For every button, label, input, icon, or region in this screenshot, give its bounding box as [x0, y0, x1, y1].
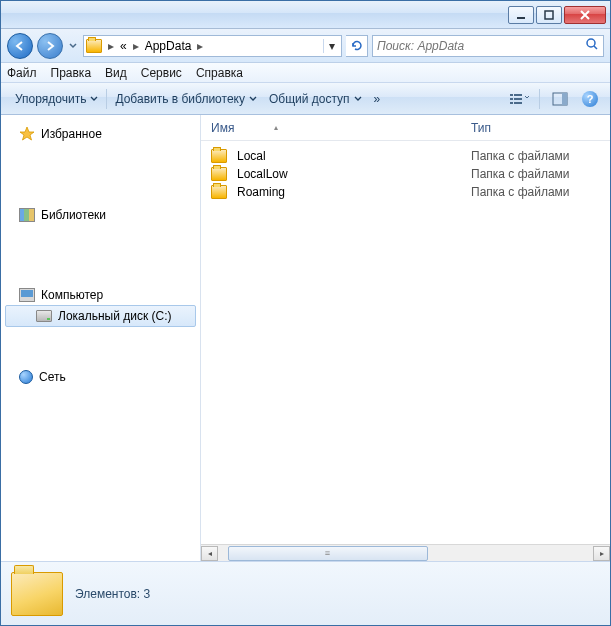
column-type-label: Тип: [471, 121, 491, 135]
menu-tools[interactable]: Сервис: [141, 66, 182, 80]
svg-point-2: [587, 39, 595, 47]
help-icon: ?: [582, 91, 598, 107]
file-row[interactable]: RoamingПапка с файлами: [201, 183, 610, 201]
breadcrumb-arrow-icon: ▸: [131, 39, 141, 53]
search-input[interactable]: [377, 39, 585, 53]
add-to-library-label: Добавить в библиотеку: [115, 92, 245, 106]
menu-edit[interactable]: Правка: [51, 66, 92, 80]
search-box[interactable]: [372, 35, 604, 57]
scroll-left-button[interactable]: ◂: [201, 546, 218, 561]
column-type[interactable]: Тип: [471, 121, 491, 135]
breadcrumb-arrow-icon: ▸: [106, 39, 116, 53]
file-list: LocalПапка с файламиLocalLowПапка с файл…: [201, 141, 610, 544]
folder-icon: [86, 39, 102, 53]
sidebar-libraries[interactable]: Библиотеки: [1, 205, 200, 225]
details-pane: Элементов: 3: [1, 561, 610, 625]
history-dropdown[interactable]: [67, 36, 79, 56]
file-row[interactable]: LocalПапка с файлами: [201, 147, 610, 165]
scroll-right-button[interactable]: ▸: [593, 546, 610, 561]
chevron-down-icon: [354, 96, 362, 102]
breadcrumb-arrow-icon: ▸: [195, 39, 205, 53]
maximize-icon: [544, 10, 554, 20]
breadcrumb-current[interactable]: AppData: [141, 39, 196, 53]
sort-indicator-icon: ▴: [274, 123, 278, 132]
separator: [539, 89, 540, 109]
organize-button[interactable]: Упорядочить: [9, 92, 104, 106]
arrow-right-icon: [44, 40, 56, 52]
svg-rect-8: [514, 102, 522, 104]
menu-help[interactable]: Справка: [196, 66, 243, 80]
column-name[interactable]: Имя ▴: [211, 121, 471, 135]
sidebar-favorites[interactable]: Избранное: [1, 123, 200, 145]
sidebar-network-label: Сеть: [39, 370, 66, 384]
minimize-icon: [516, 10, 526, 20]
folder-icon: [211, 185, 227, 199]
sidebar-network[interactable]: Сеть: [1, 367, 200, 387]
menu-view[interactable]: Вид: [105, 66, 127, 80]
address-bar[interactable]: ▸ « ▸ AppData ▸ ▾: [83, 35, 342, 57]
sidebar-local-disk-label: Локальный диск (C:): [58, 309, 172, 323]
network-icon: [19, 370, 33, 384]
horizontal-scrollbar[interactable]: ◂ ≡ ▸: [201, 544, 610, 561]
search-icon[interactable]: [585, 37, 599, 54]
svg-rect-1: [545, 11, 553, 19]
overflow-button[interactable]: »: [368, 92, 387, 106]
help-button[interactable]: ?: [578, 88, 602, 110]
menu-bar: Файл Правка Вид Сервис Справка: [1, 63, 610, 83]
file-type-label: Папка с файлами: [471, 167, 570, 181]
chevron-down-icon: [90, 96, 98, 102]
folder-icon: [211, 167, 227, 181]
breadcrumb-prefix[interactable]: «: [116, 39, 131, 53]
file-name-label: LocalLow: [237, 167, 288, 181]
drive-icon: [36, 310, 52, 322]
navigation-bar: ▸ « ▸ AppData ▸ ▾: [1, 29, 610, 63]
favorites-icon: [19, 126, 35, 142]
title-bar: [1, 1, 610, 29]
view-options-button[interactable]: [507, 88, 531, 110]
content-pane: Имя ▴ Тип LocalПапка с файламиLocalLowПа…: [201, 115, 610, 561]
arrow-left-icon: [14, 40, 26, 52]
file-name-label: Local: [237, 149, 266, 163]
close-button[interactable]: [564, 6, 606, 24]
sidebar-local-disk[interactable]: Локальный диск (C:): [5, 305, 196, 327]
svg-rect-4: [514, 94, 522, 96]
share-button[interactable]: Общий доступ: [263, 92, 368, 106]
minimize-button[interactable]: [508, 6, 534, 24]
file-row[interactable]: LocalLowПапка с файлами: [201, 165, 610, 183]
preview-pane-button[interactable]: [548, 88, 572, 110]
svg-rect-7: [510, 102, 513, 104]
chevron-down-icon: [69, 43, 77, 49]
libraries-icon: [19, 208, 35, 222]
chevron-down-icon: [249, 96, 257, 102]
explorer-window: ▸ « ▸ AppData ▸ ▾ Файл Правка Вид Сервис…: [0, 0, 611, 626]
svg-rect-5: [510, 98, 513, 100]
preview-pane-icon: [552, 92, 568, 106]
overflow-label: »: [374, 92, 381, 106]
scroll-thumb[interactable]: ≡: [228, 546, 428, 561]
scroll-track[interactable]: ≡: [218, 546, 593, 561]
column-name-label: Имя: [211, 121, 234, 135]
file-type-label: Папка с файлами: [471, 149, 570, 163]
close-icon: [579, 10, 591, 20]
add-to-library-button[interactable]: Добавить в библиотеку: [109, 92, 263, 106]
folder-icon: [211, 149, 227, 163]
sidebar-computer-label: Компьютер: [41, 288, 103, 302]
maximize-button[interactable]: [536, 6, 562, 24]
share-label: Общий доступ: [269, 92, 350, 106]
separator: [106, 89, 107, 109]
svg-rect-0: [517, 17, 525, 19]
sidebar-libraries-label: Библиотеки: [41, 208, 106, 222]
back-button[interactable]: [7, 33, 33, 59]
forward-button[interactable]: [37, 33, 63, 59]
address-dropdown[interactable]: ▾: [323, 39, 339, 53]
sidebar-computer[interactable]: Компьютер: [1, 285, 200, 305]
column-headers: Имя ▴ Тип: [201, 115, 610, 141]
file-type-label: Папка с файлами: [471, 185, 570, 199]
status-item-count: Элементов: 3: [75, 587, 150, 601]
svg-rect-6: [514, 98, 522, 100]
sidebar-favorites-label: Избранное: [41, 127, 102, 141]
menu-file[interactable]: Файл: [7, 66, 37, 80]
refresh-button[interactable]: [346, 35, 368, 57]
body: Избранное Библиотеки Компьютер Локальный…: [1, 115, 610, 561]
navigation-pane: Избранное Библиотеки Компьютер Локальный…: [1, 115, 201, 561]
